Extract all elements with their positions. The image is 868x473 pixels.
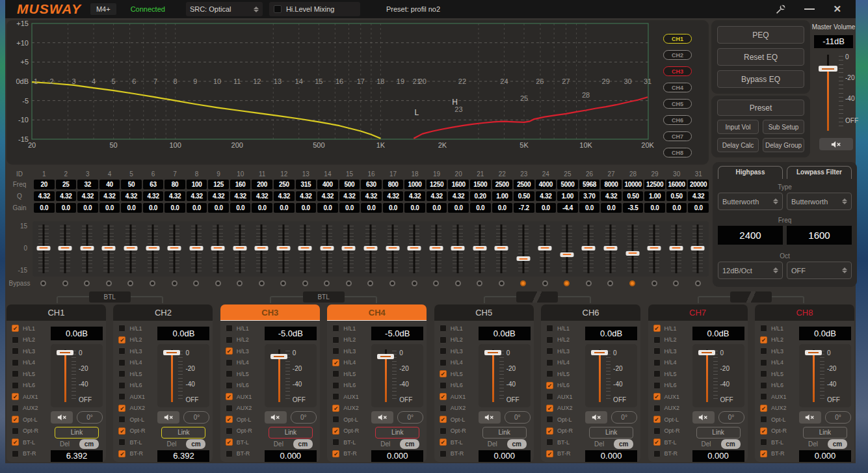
source-checkbox-bt-l[interactable]: ✔ bbox=[226, 439, 233, 446]
band-31-freq[interactable]: 20000 bbox=[688, 180, 709, 189]
source-row-bt-r[interactable]: ✔BT-R bbox=[546, 450, 583, 457]
source-checkbox-opt-l[interactable]: ✔ bbox=[653, 416, 661, 423]
band-12-gain[interactable]: 0.0 bbox=[274, 203, 295, 213]
master-volume-value[interactable]: -11dB bbox=[814, 35, 853, 48]
bypass-dot-band-18[interactable] bbox=[412, 280, 417, 286]
eq-band-fader-14[interactable] bbox=[316, 221, 338, 277]
lowpass-type-select[interactable]: Butterworth bbox=[787, 193, 852, 210]
link-button[interactable]: Link bbox=[482, 427, 527, 439]
fader-handle[interactable] bbox=[516, 256, 530, 261]
source-row-bt-l[interactable]: ✔BT-L bbox=[760, 439, 796, 446]
source-checkbox-h/l2[interactable]: ✔ bbox=[440, 336, 447, 344]
band-marker[interactable]: 13 bbox=[274, 77, 282, 85]
link-button[interactable]: Link bbox=[589, 427, 633, 439]
band-5-q[interactable]: 4.32 bbox=[121, 191, 142, 201]
source-checkbox-bt-r[interactable]: ✔ bbox=[226, 450, 233, 457]
source-checkbox-h/l4[interactable]: ✔ bbox=[332, 359, 339, 366]
source-row-h/l6[interactable]: ✔H/L6 bbox=[760, 382, 796, 389]
band-30-freq[interactable]: 16000 bbox=[666, 180, 687, 189]
eq-band-fader-9[interactable] bbox=[207, 221, 229, 277]
source-row-h/l2[interactable]: ✔H/L2 bbox=[546, 336, 583, 344]
band-10-q[interactable]: 4.32 bbox=[230, 191, 251, 201]
eq-band-fader-20[interactable] bbox=[447, 221, 469, 277]
band-28-q[interactable]: 0.50 bbox=[623, 191, 644, 201]
source-row-h/l1[interactable]: ✔H/L1 bbox=[440, 325, 476, 332]
fader-handle[interactable] bbox=[669, 246, 683, 250]
band-22-gain[interactable]: 0.0 bbox=[492, 203, 513, 213]
source-checkbox-aux1[interactable]: ✔ bbox=[546, 393, 553, 400]
source-row-opt-l[interactable]: ✔Opt-L bbox=[226, 416, 262, 423]
band-marker[interactable]: 9 bbox=[193, 77, 197, 85]
phase-button[interactable]: 0° bbox=[291, 411, 317, 424]
source-checkbox-h/l2[interactable]: ✔ bbox=[546, 336, 553, 344]
source-checkbox-h/l1[interactable]: ✔ bbox=[546, 325, 553, 332]
source-row-bt-r[interactable]: ✔BT-R bbox=[760, 450, 796, 457]
graph-channel-button-ch6[interactable]: CH6 bbox=[663, 115, 692, 125]
source-row-bt-r[interactable]: ✔BT-R bbox=[440, 450, 476, 457]
source-checkbox-h/l4[interactable]: ✔ bbox=[226, 359, 233, 366]
bypass-dot-band-14[interactable] bbox=[324, 280, 330, 286]
source-checkbox-h/l4[interactable]: ✔ bbox=[653, 359, 661, 366]
bypass-dot-band-29[interactable] bbox=[651, 280, 657, 286]
source-checkbox-h/l4[interactable]: ✔ bbox=[440, 359, 447, 366]
fader-handle[interactable] bbox=[233, 246, 246, 250]
eq-response-graph[interactable]: 1234567891011121314151617181920212223242… bbox=[31, 22, 653, 141]
source-checkbox-opt-l[interactable]: ✔ bbox=[546, 416, 553, 423]
band-27-gain[interactable]: 0.0 bbox=[601, 203, 622, 213]
bypass-dot-band-30[interactable] bbox=[673, 280, 679, 286]
band-6-q[interactable]: 4.32 bbox=[143, 191, 164, 201]
band-marker[interactable]: 21 bbox=[413, 77, 421, 85]
source-row-opt-l[interactable]: ✔Opt-L bbox=[653, 416, 690, 423]
source-row-aux2[interactable]: ✔AUX2 bbox=[440, 405, 476, 412]
eq-band-fader-17[interactable] bbox=[382, 221, 404, 277]
peq-button[interactable]: PEQ bbox=[717, 26, 804, 44]
delay-group-button[interactable]: Delay Group bbox=[763, 138, 804, 152]
source-row-h/l6[interactable]: ✔H/L6 bbox=[226, 382, 262, 389]
source-checkbox-h/l5[interactable]: ✔ bbox=[12, 370, 19, 377]
channel-fader[interactable]: 0-20-40OFF bbox=[585, 344, 637, 407]
fader-handle[interactable] bbox=[59, 246, 72, 250]
band-4-gain[interactable]: 0.0 bbox=[99, 203, 120, 213]
source-checkbox-h/l2[interactable]: ✔ bbox=[332, 336, 339, 344]
channel-delay-display[interactable]: 0.000 bbox=[692, 450, 744, 462]
phase-button[interactable]: 0° bbox=[611, 411, 637, 424]
source-checkbox-aux2[interactable]: ✔ bbox=[653, 405, 661, 412]
source-row-aux2[interactable]: ✔AUX2 bbox=[332, 405, 369, 412]
source-row-h/l3[interactable]: ✔H/L3 bbox=[760, 347, 796, 355]
eq-band-fader-28[interactable] bbox=[622, 221, 644, 277]
btl-button[interactable]: BTL bbox=[89, 291, 131, 303]
bypass-dot-band-20[interactable] bbox=[455, 280, 461, 286]
source-row-h/l6[interactable]: ✔H/L6 bbox=[118, 382, 155, 389]
source-row-h/l1[interactable]: ✔H/L1 bbox=[760, 325, 796, 332]
phase-button[interactable]: 0° bbox=[77, 411, 103, 424]
source-checkbox-opt-r[interactable]: ✔ bbox=[118, 427, 125, 435]
source-row-h/l3[interactable]: ✔H/L3 bbox=[118, 347, 155, 355]
fader-handle[interactable] bbox=[560, 252, 573, 257]
mute-button[interactable] bbox=[265, 411, 287, 424]
band-1-gain[interactable]: 0.0 bbox=[34, 203, 55, 213]
source-checkbox-h/l6[interactable]: ✔ bbox=[12, 382, 19, 389]
band-23-gain[interactable]: -7.2 bbox=[514, 203, 534, 213]
source-row-aux1[interactable]: ✔AUX1 bbox=[760, 393, 796, 400]
source-row-aux2[interactable]: ✔AUX2 bbox=[226, 405, 262, 412]
eq-band-fader-5[interactable] bbox=[120, 221, 142, 277]
source-checkbox-opt-l[interactable]: ✔ bbox=[440, 416, 447, 423]
mute-button[interactable] bbox=[799, 411, 821, 424]
band-13-gain[interactable]: 0.0 bbox=[296, 203, 317, 213]
band-22-freq[interactable]: 2500 bbox=[492, 180, 513, 189]
lowpass-tab[interactable]: Lowpass Filter bbox=[787, 166, 852, 179]
band-19-freq[interactable]: 1250 bbox=[427, 180, 447, 189]
band-20-q[interactable]: 4.32 bbox=[448, 191, 469, 201]
source-row-h/l2[interactable]: ✔H/L2 bbox=[12, 336, 48, 344]
channel-delay-display[interactable]: 6.392 bbox=[157, 450, 209, 462]
cm-unit-button[interactable]: cm bbox=[828, 439, 847, 449]
link-button[interactable]: Link bbox=[161, 427, 205, 439]
delay-calc-button[interactable]: Delay Calc bbox=[717, 138, 759, 152]
channel-fader[interactable]: 0-20-40OFF bbox=[51, 344, 103, 407]
fader-handle[interactable] bbox=[163, 350, 180, 355]
band-marker[interactable]: 24 bbox=[500, 77, 508, 85]
phase-button[interactable]: 0° bbox=[397, 411, 423, 424]
source-checkbox-h/l6[interactable]: ✔ bbox=[226, 382, 233, 389]
source-row-opt-l[interactable]: ✔Opt-L bbox=[440, 416, 476, 423]
band-29-q[interactable]: 1.00 bbox=[644, 191, 665, 201]
